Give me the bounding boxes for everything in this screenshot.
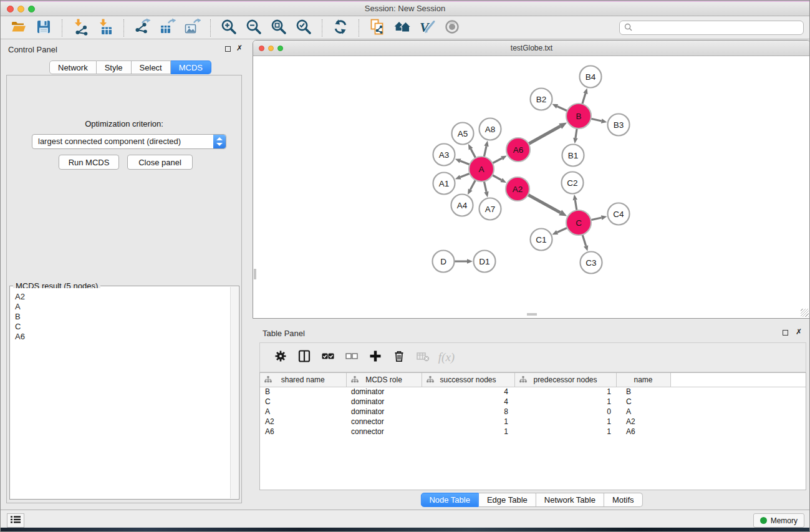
table-cell: 1: [422, 417, 514, 427]
tab-network[interactable]: Network: [49, 60, 97, 74]
tab-network-table[interactable]: Network Table: [536, 493, 604, 507]
mcds-result-item[interactable]: A: [15, 302, 229, 312]
mcds-result-item[interactable]: A2: [15, 292, 229, 302]
add-row-button[interactable]: [367, 349, 384, 366]
graph-node-B[interactable]: B: [566, 104, 591, 128]
select-all-button[interactable]: [319, 349, 337, 366]
network-minimize-button[interactable]: [268, 46, 274, 51]
new-network-from-selection-button[interactable]: [367, 18, 387, 38]
memory-status-icon: [760, 517, 767, 524]
graph-node-D1[interactable]: D1: [474, 251, 496, 273]
tab-style[interactable]: Style: [97, 60, 132, 74]
minimize-window-button[interactable]: [17, 6, 24, 12]
tab-mcds[interactable]: MCDS: [171, 60, 211, 74]
zoom-out-button[interactable]: [244, 18, 264, 38]
import-table-button[interactable]: [95, 18, 115, 38]
import-network-button[interactable]: [70, 18, 90, 38]
zoom-fit-button[interactable]: [269, 18, 289, 38]
attribute-table: shared nameMCDS rolesuccessor nodesprede…: [260, 373, 671, 437]
table-close-panel-icon[interactable]: ✗: [796, 327, 802, 336]
graph-node-C4[interactable]: C4: [608, 203, 630, 225]
table-row[interactable]: A6connector11A6: [260, 427, 670, 437]
float-panel-icon[interactable]: [225, 46, 231, 52]
optimization-criterion-select[interactable]: largest connected component (directed): [32, 134, 226, 149]
graph-node-A4[interactable]: A4: [451, 195, 473, 216]
vizmapper-button[interactable]: V: [417, 18, 437, 38]
column-header-shared-name[interactable]: shared name: [260, 373, 346, 387]
export-image-button[interactable]: [182, 18, 202, 38]
graph-node-A3[interactable]: A3: [433, 144, 455, 166]
table-row[interactable]: Adominator80A: [260, 407, 670, 417]
graph-node-A7[interactable]: A7: [480, 198, 501, 220]
table-row[interactable]: A2connector11A2: [260, 417, 670, 427]
close-panel-icon[interactable]: ✗: [236, 44, 243, 52]
table-cell: A2: [260, 417, 346, 427]
graph-node-B3[interactable]: B3: [608, 114, 630, 136]
graph-node-A6[interactable]: A6: [506, 138, 530, 162]
mcds-result-item[interactable]: C: [15, 322, 229, 332]
table-float-panel-icon[interactable]: [783, 330, 788, 336]
shared-column-icon: [264, 376, 272, 385]
mcds-result-item[interactable]: A6: [15, 332, 229, 342]
home-button[interactable]: [392, 18, 412, 38]
graph-node-A2[interactable]: A2: [506, 177, 529, 201]
close-window-button[interactable]: [7, 6, 14, 12]
table-row[interactable]: Bdominator41B: [260, 387, 670, 397]
network-graph-canvas[interactable]: AA1A2A3A4A5A6A7A8BB1B2B3B4CC1C2C3C4DD1: [253, 56, 810, 318]
deselect-all-icon: [345, 349, 359, 365]
show-panels-button[interactable]: [7, 513, 24, 528]
graph-node-B1[interactable]: B1: [562, 145, 584, 167]
graph-node-A[interactable]: A: [469, 157, 494, 181]
graph-node-C1[interactable]: C1: [531, 229, 552, 251]
tab-motifs[interactable]: Motifs: [604, 493, 643, 507]
tab-node-table[interactable]: Node Table: [420, 493, 479, 507]
graph-node-B2[interactable]: B2: [531, 89, 552, 110]
zoom-in-button[interactable]: [219, 18, 239, 38]
memory-button[interactable]: Memory: [753, 513, 804, 528]
open-file-button[interactable]: [9, 18, 29, 38]
mcds-result-item[interactable]: B: [15, 312, 229, 322]
close-panel-button[interactable]: Close panel: [127, 155, 193, 170]
run-mcds-button[interactable]: Run MCDS: [59, 155, 119, 170]
horizontal-scroll-indicator[interactable]: [527, 313, 537, 316]
graph-node-A5[interactable]: A5: [452, 123, 474, 145]
column-header-successor-nodes[interactable]: successor nodes: [422, 373, 514, 387]
graph-node-C[interactable]: C: [566, 210, 591, 235]
window-titlebar[interactable]: Session: New Session: [1, 2, 809, 16]
dropdown-stepper-icon: [213, 135, 226, 148]
graph-node-A8[interactable]: A8: [480, 118, 501, 140]
settings-button[interactable]: [272, 349, 289, 366]
vertical-scroll-indicator[interactable]: [254, 269, 256, 279]
zoom-selected-button[interactable]: [294, 18, 314, 38]
table-panel: Table Panel ✗ f(x) shared nameMCDS roles…: [253, 325, 810, 510]
graph-node-A1[interactable]: A1: [433, 173, 455, 195]
deselect-all-button[interactable]: [343, 349, 360, 366]
save-session-button[interactable]: [34, 18, 54, 38]
graph-node-D[interactable]: D: [433, 251, 455, 273]
show-hide-panel-icon: [443, 18, 461, 38]
network-close-button[interactable]: [259, 46, 264, 51]
network-zoom-button[interactable]: [277, 46, 283, 51]
column-header-name[interactable]: name: [616, 373, 670, 387]
graph-node-C2[interactable]: C2: [562, 172, 584, 194]
delete-row-button[interactable]: [390, 349, 408, 366]
resize-grip-icon[interactable]: [801, 309, 809, 317]
tab-edge-table[interactable]: Edge Table: [479, 493, 536, 507]
search-box[interactable]: [619, 21, 804, 35]
search-input[interactable]: [635, 22, 803, 34]
result-scrollbar[interactable]: [230, 287, 238, 498]
tab-select[interactable]: Select: [132, 60, 171, 74]
columns-button[interactable]: [296, 349, 313, 366]
table-row[interactable]: Cdominator41C: [260, 397, 670, 407]
export-network-button[interactable]: [132, 18, 152, 38]
graph-node-C3[interactable]: C3: [581, 252, 602, 274]
graph-node-B4[interactable]: B4: [580, 66, 602, 88]
network-window-titlebar[interactable]: testGlobe.txt: [253, 41, 810, 56]
column-header-MCDS-role[interactable]: MCDS role: [346, 373, 422, 387]
delete-table-icon: [416, 349, 430, 365]
show-hide-panel-button[interactable]: [442, 18, 462, 38]
refresh-button[interactable]: [330, 18, 350, 38]
zoom-window-button[interactable]: [28, 6, 35, 12]
export-table-button[interactable]: [157, 18, 177, 38]
column-header-predecessor-nodes[interactable]: predecessor nodes: [514, 373, 616, 387]
